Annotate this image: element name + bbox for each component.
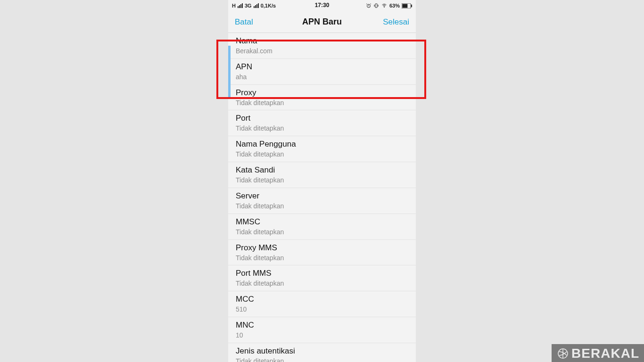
field-label: MCC xyxy=(236,294,408,305)
field-value: Tidak ditetapkan xyxy=(236,228,408,237)
field-label: Kata Sandi xyxy=(236,165,408,176)
field-value: 510 xyxy=(236,305,408,314)
field-value: aha xyxy=(236,73,408,82)
field-value: Tidak ditetapkan xyxy=(236,202,408,211)
field-label: Proxy xyxy=(236,88,408,99)
field-value: Tidak ditetapkan xyxy=(236,150,408,159)
apn-field-row[interactable]: MCC510 xyxy=(228,291,416,317)
field-value: Tidak ditetapkan xyxy=(236,124,408,133)
field-value: Tidak ditetapkan xyxy=(236,357,408,362)
apn-field-row[interactable]: MMSCTidak ditetapkan xyxy=(228,214,416,240)
apn-field-row[interactable]: ServerTidak ditetapkan xyxy=(228,188,416,214)
settings-list[interactable]: NamaBerakal.comAPNahaProxyTidak ditetapk… xyxy=(228,33,416,362)
field-label: MNC xyxy=(236,320,408,331)
field-label: MMSC xyxy=(236,217,408,228)
field-label: APN xyxy=(236,62,408,73)
watermark-text: BERAKAL xyxy=(571,346,639,361)
field-value: Tidak ditetapkan xyxy=(236,99,408,107)
apn-field-row[interactable]: APNaha xyxy=(228,59,416,85)
phone-screen: 17:30 H 3G 0,1K/s 63% Batal APN Baru Sel… xyxy=(228,0,416,362)
field-label: Jenis autentikasi xyxy=(236,346,408,357)
apn-field-row[interactable]: NamaBerakal.com xyxy=(228,33,416,59)
field-label: Nama Pengguna xyxy=(236,139,408,150)
watermark: BERAKAL xyxy=(552,344,644,362)
field-label: Proxy MMS xyxy=(236,243,408,254)
field-label: Port MMS xyxy=(236,268,408,279)
apn-field-row[interactable]: Port MMSTidak ditetapkan xyxy=(228,265,416,291)
apn-field-row[interactable]: PortTidak ditetapkan xyxy=(228,110,416,136)
apn-field-row[interactable]: MNC10 xyxy=(228,317,416,343)
field-label: Server xyxy=(236,191,408,202)
field-value: 10 xyxy=(236,331,408,340)
page-title: APN Baru xyxy=(302,17,342,27)
field-value: Tidak ditetapkan xyxy=(236,176,408,185)
field-label: Port xyxy=(236,113,408,124)
leaf-icon xyxy=(557,348,569,359)
field-label: Nama xyxy=(236,36,408,47)
apn-field-row[interactable]: ProxyTidak ditetapkan xyxy=(228,85,416,111)
apn-field-row[interactable]: Nama PenggunaTidak ditetapkan xyxy=(228,136,416,162)
apn-field-row[interactable]: Proxy MMSTidak ditetapkan xyxy=(228,240,416,266)
field-value: Tidak ditetapkan xyxy=(236,279,408,288)
selection-indicator xyxy=(228,46,231,98)
apn-field-row[interactable]: Jenis autentikasiTidak ditetapkan xyxy=(228,343,416,362)
apn-field-row[interactable]: Kata SandiTidak ditetapkan xyxy=(228,162,416,188)
cancel-button[interactable]: Batal xyxy=(228,11,260,33)
status-bar: 17:30 H 3G 0,1K/s 63% xyxy=(228,0,416,11)
field-value: Tidak ditetapkan xyxy=(236,254,408,263)
status-time: 17:30 xyxy=(228,2,416,8)
done-button[interactable]: Selesai xyxy=(376,11,416,33)
nav-bar: Batal APN Baru Selesai xyxy=(228,11,416,33)
field-value: Berakal.com xyxy=(236,47,408,56)
